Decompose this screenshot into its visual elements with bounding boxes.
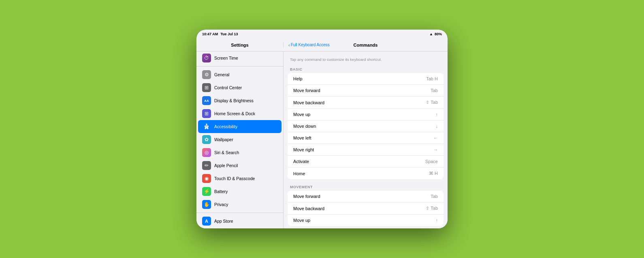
command-name-movement-backward: Move backward — [293, 206, 324, 211]
status-date: Tue Jul 13 — [220, 32, 238, 36]
divider-2 — [196, 213, 283, 213]
sidebar-label-wallpaper: Wallpaper — [214, 137, 233, 142]
sidebar-item-general[interactable]: ⚙ General — [198, 68, 281, 81]
command-row-move-forward[interactable]: Move forward Tab — [288, 85, 444, 97]
command-shortcut-move-forward: Tab — [431, 88, 438, 93]
command-row-move-up[interactable]: Move up ↑ — [288, 109, 444, 120]
back-label: Full Keyboard Access — [291, 43, 330, 47]
nav-bar: Settings ‹ Full Keyboard Access Commands — [196, 39, 448, 52]
sidebar-group-bottom: A App Store ▣ Wallet & Apple Pay — [196, 215, 283, 228]
sidebar-item-touch-id[interactable]: ◉ Touch ID & Passcode — [198, 172, 281, 185]
status-right: ▲ 80% — [429, 32, 442, 36]
sidebar-item-battery[interactable]: ⚡ Battery — [198, 185, 281, 198]
status-time: 10:47 AM — [202, 32, 218, 36]
ipad-content: ⏱ Screen Time ⚙ General ⊞ Control Center — [196, 52, 448, 228]
back-button[interactable]: ‹ Full Keyboard Access — [288, 43, 330, 47]
sidebar-item-control-center[interactable]: ⊞ Control Center — [198, 81, 281, 94]
sidebar-label-privacy: Privacy — [214, 202, 228, 207]
sidebar-item-apple-pencil[interactable]: ✏ Apple Pencil — [198, 159, 281, 172]
control-center-icon: ⊞ — [202, 83, 211, 92]
command-shortcut-activate: Space — [425, 159, 438, 164]
command-row-move-backward[interactable]: Move backward ⇧ Tab — [288, 97, 444, 109]
svg-point-0 — [206, 124, 207, 125]
wallpaper-icon: ✿ — [202, 135, 211, 144]
sidebar-group-middle: ⚙ General ⊞ Control Center AA Display & … — [196, 68, 283, 211]
basic-commands-list: Help Tab H Move forward Tab Move backwar… — [288, 73, 444, 179]
sidebar-label-accessibility: Accessibility — [214, 124, 237, 129]
sidebar-item-screen-time[interactable]: ⏱ Screen Time — [198, 52, 281, 64]
command-row-movement-forward[interactable]: Move forward Tab — [288, 191, 444, 202]
command-name-move-right: Move right — [293, 147, 314, 152]
sidebar-label-control-center: Control Center — [214, 85, 242, 90]
page-title: Commands — [354, 43, 378, 47]
sidebar-item-home-screen[interactable]: ⊞ Home Screen & Dock — [198, 107, 281, 120]
battery-indicator: 80% — [435, 32, 442, 36]
sidebar-label-display: Display & Brightness — [214, 98, 254, 103]
sidebar-label-touch-id: Touch ID & Passcode — [214, 176, 255, 181]
command-shortcut-move-down: ↓ — [436, 124, 438, 129]
command-shortcut-move-backward: ⇧ Tab — [426, 100, 438, 105]
command-row-move-down[interactable]: Move down ↓ — [288, 120, 444, 132]
section-header-basic: BASIC — [284, 66, 448, 73]
screen-time-icon: ⏱ — [202, 54, 211, 62]
command-name-move-backward: Move backward — [293, 100, 324, 105]
command-name-movement-forward: Move forward — [293, 194, 320, 199]
settings-sidebar: ⏱ Screen Time ⚙ General ⊞ Control Center — [196, 52, 284, 228]
command-shortcut-help: Tab H — [426, 76, 438, 81]
divider-1 — [196, 66, 283, 67]
sidebar-item-wallpaper[interactable]: ✿ Wallpaper — [198, 133, 281, 146]
sidebar-item-siri[interactable]: ◎ Siri & Search — [198, 146, 281, 159]
movement-commands-list: Move forward Tab Move backward ⇧ Tab Mov… — [288, 191, 444, 226]
commands-panel: Tap any command to customize its keyboar… — [284, 52, 448, 228]
command-row-move-left[interactable]: Move left ← — [288, 132, 444, 144]
command-name-move-up: Move up — [293, 112, 310, 117]
command-row-movement-backward[interactable]: Move backward ⇧ Tab — [288, 202, 444, 215]
command-name-home: Home — [293, 171, 305, 176]
command-name-move-down: Move down — [293, 124, 316, 129]
sidebar-label-siri: Siri & Search — [214, 150, 239, 155]
sidebar-label-battery: Battery — [214, 189, 228, 194]
touch-id-icon: ◉ — [202, 174, 211, 183]
sidebar-item-privacy[interactable]: ✋ Privacy — [198, 198, 281, 211]
back-chevron-icon: ‹ — [288, 43, 290, 47]
command-row-home[interactable]: Home ⌘ H — [288, 168, 444, 179]
battery-icon: ⚡ — [202, 187, 211, 196]
accessibility-icon — [202, 122, 211, 131]
section-header-movement: MOVEMENT — [284, 183, 448, 191]
display-icon: AA — [202, 96, 211, 105]
general-icon: ⚙ — [202, 70, 211, 79]
command-shortcut-home: ⌘ H — [429, 171, 438, 176]
sidebar-label-home-screen: Home Screen & Dock — [214, 111, 255, 116]
command-shortcut-movement-backward: ⇧ Tab — [426, 206, 438, 211]
command-shortcut-move-up: ↑ — [436, 112, 438, 117]
ipad-screen: Settings ‹ Full Keyboard Access Commands… — [196, 39, 448, 228]
command-shortcut-movement-up: ↑ — [436, 218, 438, 223]
sidebar-item-wallet[interactable]: ▣ Wallet & Apple Pay — [198, 228, 281, 228]
command-shortcut-move-right: → — [433, 147, 438, 152]
home-screen-icon: ⊞ — [202, 109, 211, 118]
settings-title: Settings — [196, 43, 284, 47]
apple-pencil-icon: ✏ — [202, 161, 211, 170]
status-left: 10:47 AM Tue Jul 13 — [202, 32, 238, 36]
sidebar-item-app-store[interactable]: A App Store — [198, 215, 281, 228]
commands-hint: Tap any command to customize its keyboar… — [284, 56, 448, 66]
siri-icon: ◎ — [202, 148, 211, 157]
command-row-move-right[interactable]: Move right → — [288, 144, 444, 156]
command-name-movement-up: Move up — [293, 218, 310, 223]
sidebar-group-top: ⏱ Screen Time — [196, 52, 283, 64]
command-row-activate[interactable]: Activate Space — [288, 156, 444, 168]
sidebar-item-display[interactable]: AA Display & Brightness — [198, 94, 281, 107]
command-name-help: Help — [293, 76, 303, 81]
ipad-frame: 10:47 AM Tue Jul 13 ▲ 80% Settings ‹ Ful… — [196, 30, 448, 228]
command-name-move-forward: Move forward — [293, 88, 320, 93]
command-shortcut-movement-forward: Tab — [431, 194, 438, 199]
wifi-icon: ▲ — [429, 32, 433, 36]
sidebar-item-accessibility[interactable]: Accessibility — [198, 120, 281, 133]
nav-right: ‹ Full Keyboard Access Commands — [284, 43, 448, 47]
command-shortcut-move-left: ← — [433, 135, 438, 140]
sidebar-label-app-store: App Store — [214, 219, 233, 224]
sidebar-label-general: General — [214, 72, 229, 77]
command-name-move-left: Move left — [293, 135, 311, 140]
command-row-help[interactable]: Help Tab H — [288, 73, 444, 85]
command-row-movement-up[interactable]: Move up ↑ — [288, 215, 444, 226]
